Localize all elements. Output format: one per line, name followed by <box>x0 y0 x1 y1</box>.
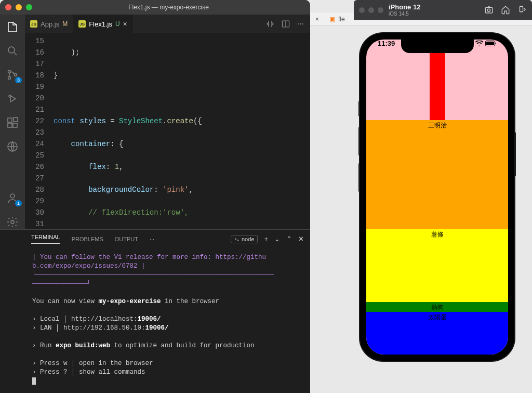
extensions-icon[interactable] <box>5 115 20 130</box>
tab-app-js[interactable]: JS App.js M <box>25 15 73 33</box>
device-name: iPhone 12 <box>389 4 420 11</box>
tab-label: Flex1.js <box>89 20 112 28</box>
svg-rect-15 <box>520 6 523 12</box>
search-icon[interactable] <box>5 44 20 58</box>
iphone-simulator: 11:39 三明治 薯條 熱狗 太陽蛋 <box>360 33 514 361</box>
debug-icon[interactable] <box>5 91 20 106</box>
tab-flex1-js[interactable]: JS Flex1.js U × <box>73 15 133 33</box>
phone-notch <box>401 40 474 53</box>
svg-rect-6 <box>8 123 12 127</box>
browser-tab[interactable]: ▣fle <box>324 14 350 25</box>
code-editor[interactable]: 1516171819202122232425262728293031 ); } … <box>25 33 310 229</box>
editor-tabbar: JS App.js M JS Flex1.js U × ··· <box>25 15 310 33</box>
new-terminal-icon[interactable]: + <box>264 235 268 243</box>
svg-point-10 <box>10 194 15 198</box>
minimize-window-icon[interactable] <box>16 4 22 10</box>
terminal-line: › Run expo build:web to optimize and bui… <box>32 342 303 350</box>
terminal-line: | You can follow the V1 release for more… <box>32 253 303 262</box>
chevron-down-icon[interactable]: ⌄ <box>274 235 280 243</box>
chevron-up-icon[interactable]: ⌃ <box>286 235 292 243</box>
svg-point-1 <box>8 71 11 73</box>
svg-rect-5 <box>8 118 12 122</box>
more-icon[interactable]: ··· <box>297 19 304 29</box>
close-icon[interactable]: ✕ <box>298 235 304 243</box>
js-file-icon: JS <box>30 20 37 28</box>
svg-point-11 <box>11 220 14 224</box>
split-editor-icon[interactable] <box>282 20 290 28</box>
home-icon[interactable] <box>501 5 510 15</box>
shell-picker[interactable]: node <box>231 235 258 243</box>
terminal-line: You can now view my-expo-exercise in the… <box>32 297 303 306</box>
close-icon[interactable]: × <box>123 20 127 28</box>
rotate-icon[interactable] <box>517 5 527 15</box>
close-window-icon[interactable] <box>5 4 11 10</box>
terminal-line: › Local │ http://localhost:19006/ <box>32 315 303 324</box>
terminal-line: └───────────────────────────────────────… <box>32 271 303 280</box>
browser-tab[interactable]: × <box>310 14 324 25</box>
terminal-cursor <box>32 377 36 385</box>
tab-problems[interactable]: PROBLEMS <box>72 236 103 242</box>
vscode-titlebar[interactable]: Flex1.js — my-expo-exercise <box>0 0 310 15</box>
js-file-icon: JS <box>78 20 86 28</box>
screenshot-icon[interactable] <box>484 5 494 15</box>
account-badge: 1 <box>15 200 22 206</box>
more-icon[interactable]: ··· <box>150 236 154 242</box>
battery-icon <box>485 41 497 46</box>
zoom-window-icon[interactable] <box>26 4 32 10</box>
tab-status: U <box>115 20 120 28</box>
flex-box-a <box>430 47 445 120</box>
status-time: 11:39 <box>378 40 395 47</box>
simulator-toolbar[interactable]: iPhone 12 iOS 14.5 <box>354 0 532 20</box>
flex-box-e: 太陽蛋 <box>366 312 508 355</box>
svg-rect-22 <box>496 43 497 45</box>
tab-status: M <box>62 20 68 28</box>
close-icon[interactable]: × <box>315 16 319 23</box>
terminal-line: › LAN │ http://192.168.50.10:19006/ <box>32 324 303 333</box>
scm-badge: 3 <box>15 77 22 83</box>
code-text[interactable]: ); } const styles = StyleSheet.create({ … <box>54 33 310 229</box>
window-title: Flex1.js — my-expo-exercise <box>32 4 305 11</box>
flex-box-d: 熱狗 <box>366 302 508 312</box>
svg-rect-8 <box>14 117 18 122</box>
account-icon[interactable]: 1 <box>5 191 20 205</box>
window-controls[interactable] <box>359 7 383 13</box>
window-controls[interactable] <box>5 4 32 10</box>
svg-point-2 <box>8 77 11 80</box>
phone-screen[interactable]: 11:39 三明治 薯條 熱狗 太陽蛋 <box>366 40 508 355</box>
vscode-window: Flex1.js — my-expo-exercise 3 <box>0 0 310 393</box>
explorer-icon[interactable] <box>5 20 20 34</box>
terminal[interactable]: | You can follow the V1 release for more… <box>25 248 310 393</box>
compare-icon[interactable] <box>266 20 274 28</box>
bottom-panel: TERMINAL PROBLEMS OUTPUT ··· node + ⌄ ⌃ … <box>0 229 310 393</box>
gear-icon[interactable] <box>5 215 20 229</box>
terminal-line: › Press ? │ show all commands <box>32 368 303 377</box>
device-os: iOS 14.5 <box>389 11 420 17</box>
tab-terminal[interactable]: TERMINAL <box>31 234 60 244</box>
remote-icon[interactable] <box>5 139 20 154</box>
svg-rect-13 <box>485 8 493 14</box>
scm-icon[interactable]: 3 <box>5 68 20 82</box>
flex-box-b: 三明治 <box>366 120 508 229</box>
terminal-line: b.com/expo/expo/issues/6782 | <box>32 262 303 271</box>
wifi-icon <box>475 41 483 46</box>
svg-point-4 <box>9 95 11 97</box>
activity-bar: 3 1 <box>0 15 25 229</box>
gutter: 1516171819202122232425262728293031 <box>25 33 54 229</box>
svg-rect-21 <box>486 42 494 45</box>
flex-box-c: 薯條 <box>366 229 508 302</box>
browser-tab-label: fle <box>338 16 345 23</box>
terminal-line: › Press w │ open in the browser <box>32 359 303 368</box>
svg-point-0 <box>8 47 15 53</box>
terminal-line: ──────────────┘ <box>32 280 303 289</box>
svg-rect-7 <box>13 123 17 127</box>
svg-point-14 <box>487 9 490 11</box>
tab-label: App.js <box>41 20 59 28</box>
app-container: 三明治 薯條 熱狗 太陽蛋 <box>366 47 508 355</box>
tab-output[interactable]: OUTPUT <box>115 236 138 242</box>
